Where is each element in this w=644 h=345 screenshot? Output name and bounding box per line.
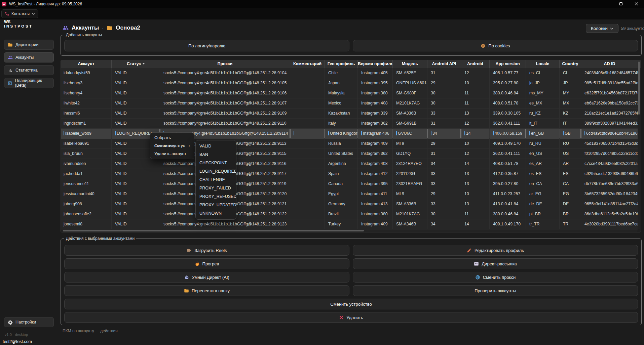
table-cell[interactable]: Instagram 395 xyxy=(358,179,393,189)
table-cell[interactable]: c92f55acdc132938d60486b69a0d xyxy=(581,169,638,179)
table-cell[interactable] xyxy=(290,189,325,199)
column-header[interactable]: Android API xyxy=(427,60,461,68)
table-cell[interactable] xyxy=(290,68,325,78)
table-cell[interactable]: CA xyxy=(560,179,581,189)
table-cell[interactable]: 9655c3cf141d85114ac27f2a4cb25 xyxy=(581,199,638,209)
table-cell[interactable]: isabelleba691 xyxy=(61,139,112,149)
context-menu-item-change-status[interactable]: Сменить статус › xyxy=(150,142,194,150)
table-cell[interactable] xyxy=(290,219,325,229)
table-cell[interactable]: Instagram 405 xyxy=(358,68,393,78)
table-cell[interactable]: 3b6573265932dd90d1842349fd8e xyxy=(581,189,638,199)
table-cell[interactable] xyxy=(290,149,325,159)
table-cell[interactable]: VALID xyxy=(112,189,160,199)
table-cell[interactable]: US xyxy=(560,149,581,159)
table-cell[interactable]: 31 xyxy=(427,119,461,129)
table-cell[interactable]: socks5://company4:gre4d5f1b1b1b1b1bGGffg… xyxy=(160,78,290,88)
check-accounts-button[interactable]: Проверить аккаунты xyxy=(353,285,638,296)
table-cell[interactable]: 34 xyxy=(427,159,461,169)
column-header[interactable]: Статус xyxy=(112,60,160,68)
table-cell[interactable]: TR xyxy=(560,219,581,229)
table-cell[interactable]: ES xyxy=(560,169,581,179)
table-cell[interactable]: en_GB xyxy=(526,129,560,139)
table-cell[interactable]: Germany xyxy=(325,199,358,209)
table-cell[interactable]: ilsehenry4 xyxy=(61,88,112,98)
table-cell[interactable]: Italy xyxy=(325,119,358,129)
table-cell[interactable]: Kazakhstan xyxy=(325,109,358,119)
table-cell[interactable]: GVU6C xyxy=(393,129,427,139)
table-cell[interactable]: 395.0.0.27.80 xyxy=(490,78,526,88)
table-cell[interactable]: 13 xyxy=(461,199,490,209)
table-cell[interactable]: VALID xyxy=(112,78,160,88)
contacts-menu-button[interactable]: Контакты xyxy=(1,9,38,18)
change-proxy-button[interactable]: Сменить прокси xyxy=(353,272,638,283)
table-cell[interactable]: it_IT xyxy=(526,119,560,129)
table-cell[interactable]: Instagram 339 xyxy=(358,109,393,119)
table-cell[interactable]: 389f9cdf3028397104144ed3151e4 xyxy=(581,119,638,129)
column-header[interactable]: Country xyxy=(560,60,581,68)
context-menu-item-collect-stats[interactable]: Собрать статистику xyxy=(150,134,194,142)
table-cell[interactable]: 339.0.0.30.105 xyxy=(490,109,526,119)
table-cell[interactable]: 23124RA7EO xyxy=(393,159,427,169)
table-cell[interactable]: ja_JP xyxy=(526,78,560,88)
table-cell[interactable]: 6cd4a9cdfd9d6e1db44518654cc7 xyxy=(581,129,638,139)
table-cell[interactable]: 24038406c9b1682d84657745f1bc xyxy=(581,68,638,78)
table-cell[interactable]: SM-G991B xyxy=(393,119,427,129)
table-row[interactable]: isla_bruunVALIDsocks5://company4:gre4d5f… xyxy=(61,149,641,159)
table-cell[interactable]: SM-G980F xyxy=(393,88,427,98)
table-cell[interactable]: 86d3dba6112c5e5a2a5da198bad xyxy=(581,209,638,219)
table-cell[interactable]: eb6a71626e9bba158e92cc73bc61 xyxy=(581,98,638,109)
table-cell[interactable]: KZ xyxy=(560,109,581,119)
table-cell[interactable] xyxy=(290,169,325,179)
table-cell[interactable]: 29 xyxy=(427,78,461,88)
delete-button[interactable]: Удалить xyxy=(64,312,638,323)
table-cell[interactable]: 408.0.0.51.78 xyxy=(490,98,526,109)
table-row[interactable]: ilsehenry3VALIDsocks5://company4:gre4d5f… xyxy=(61,78,641,88)
table-cell[interactable]: M2101K7AG xyxy=(393,98,427,109)
column-header[interactable]: Аккаунт xyxy=(61,60,112,68)
table-cell[interactable]: ru_KZ xyxy=(526,109,560,119)
status-option[interactable]: PROXY_REFUSED xyxy=(196,192,236,201)
table-cell[interactable]: Egypt xyxy=(325,189,358,199)
table-cell[interactable]: 2201123G xyxy=(393,169,427,179)
table-cell[interactable] xyxy=(290,129,325,139)
table-cell[interactable]: 33 xyxy=(427,169,461,179)
table-cell[interactable]: 11 xyxy=(461,209,490,219)
table-cell[interactable]: VALID xyxy=(112,169,160,179)
table-cell[interactable]: ingridschm1 xyxy=(61,119,112,129)
sidebar-item-planner[interactable]: Планировщик (Beta) xyxy=(4,78,54,88)
table-cell[interactable]: SM-A346B xyxy=(393,219,427,229)
table-cell[interactable]: CL xyxy=(560,68,581,78)
table-cell[interactable]: Instagram 395 xyxy=(358,78,393,88)
table-row[interactable]: jachedda1VALIDsocks5://company4:gre4d5f1… xyxy=(61,169,641,179)
status-option[interactable]: CHECKPOINT xyxy=(196,159,236,167)
table-cell[interactable]: 14 xyxy=(461,159,490,169)
minimize-button[interactable] xyxy=(598,0,613,8)
sidebar-item-settings[interactable]: Настройки xyxy=(4,317,54,327)
table-cell[interactable]: es_MX xyxy=(526,98,560,109)
table-row[interactable]: inessmi6VALIDsocks5://company4:gre4d5f1b… xyxy=(61,109,641,119)
table-cell[interactable]: VALID xyxy=(112,159,160,169)
table-cell[interactable]: VALID xyxy=(112,119,160,129)
table-cell[interactable]: VALID xyxy=(112,219,160,229)
table-cell[interactable]: es_AR xyxy=(526,159,560,169)
table-cell[interactable]: isabelle_woo9 xyxy=(61,129,112,139)
table-cell[interactable]: 33 xyxy=(427,109,461,119)
table-cell[interactable]: f010f2957d0c48b5122e11cd03f51 xyxy=(581,149,638,159)
table-cell[interactable]: 409.1.0.49.170 xyxy=(490,139,526,149)
table-cell[interactable]: IT xyxy=(560,119,581,129)
table-cell[interactable]: VALID xyxy=(112,109,160,119)
table-cell[interactable]: Argentina xyxy=(325,159,358,169)
table-cell[interactable]: jonesemi8 xyxy=(61,219,112,229)
table-cell[interactable]: Instagram 411 xyxy=(358,189,393,199)
table-cell[interactable]: ONEPLUS A6013 xyxy=(393,78,427,88)
table-cell[interactable]: joberg908 xyxy=(61,199,112,209)
table-cell[interactable]: BR xyxy=(560,209,581,219)
table-cell[interactable]: ilsehenry3 xyxy=(61,78,112,88)
table-cell[interactable]: Instagram 408 xyxy=(358,159,393,169)
table-cell[interactable]: ms_MY xyxy=(526,88,560,98)
table-cell[interactable]: jessica.martini40 xyxy=(61,189,112,199)
table-cell[interactable]: 405.1.0.57.77 xyxy=(490,68,526,78)
table-cell[interactable]: ar_EG xyxy=(526,189,560,199)
table-cell[interactable]: Instagram 380 xyxy=(358,88,393,98)
table-cell[interactable]: 12 xyxy=(461,119,490,129)
